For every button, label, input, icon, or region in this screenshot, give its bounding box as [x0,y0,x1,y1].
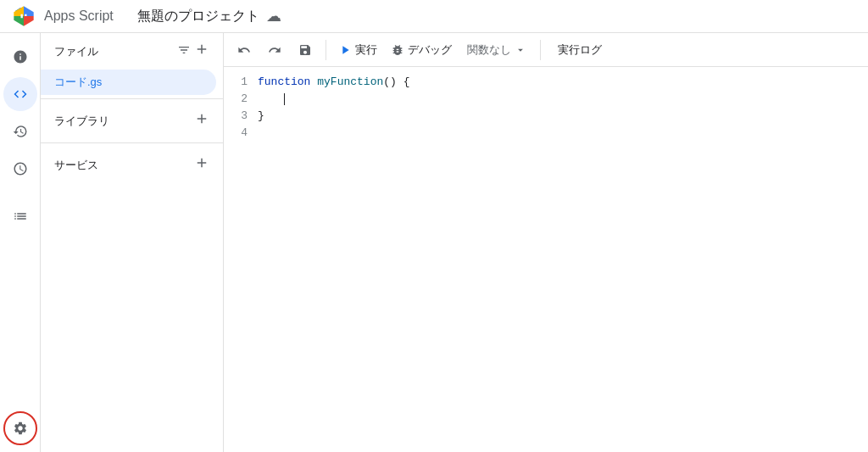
info-icon-btn[interactable] [3,40,37,74]
sort-files-icon[interactable] [177,43,191,59]
toolbar-separator-1 [326,40,326,60]
toolbar: 実行 デバッグ 関数なし 実行ログ [224,33,868,67]
logo-container: Apps Script [10,4,114,28]
files-section-header: ファイル [41,33,223,70]
settings-icon-btn[interactable] [3,411,37,445]
content-area: 実行 デバッグ 関数なし 実行ログ 1 2 3 4 [224,33,868,452]
cloud-save-icon[interactable]: ☁ [266,7,281,25]
files-section: ファイル コード.gs [41,33,223,95]
line-numbers: 1 2 3 4 [224,74,258,445]
code-line-2 [258,91,854,108]
project-name-label: 無題のプロジェクト [137,8,259,25]
code-icon-btn[interactable] [3,77,37,111]
services-section-header: サービス [41,147,223,183]
code-editor[interactable]: 1 2 3 4 function myFunction() { } [224,67,868,452]
executions-icon-btn[interactable] [3,199,37,233]
app-name-label: Apps Script [44,8,114,24]
editor-area: 1 2 3 4 function myFunction() { } [224,67,868,452]
history-icon-btn[interactable] [3,114,37,148]
toolbar-separator-2 [540,40,541,60]
save-button[interactable] [292,36,319,64]
file-name-label: コード.gs [54,75,102,90]
code-line-3: } [258,108,854,125]
function-label: 関数なし [467,42,511,58]
icon-bar [0,33,41,452]
apps-script-logo-detailed [12,4,36,28]
code-content[interactable]: function myFunction() { } [258,74,868,445]
debug-button[interactable]: デバッグ [386,36,457,64]
function-selector[interactable]: 関数なし [460,42,533,58]
files-header-actions [177,42,209,61]
file-item-code-gs[interactable]: コード.gs [41,70,216,95]
line-num-3: 3 [224,108,248,125]
code-line-1: function myFunction() { [258,74,854,91]
libraries-label: ライブラリ [54,114,109,129]
line-num-2: 2 [224,91,248,108]
sidebar-divider-1 [41,98,223,99]
execlog-button[interactable]: 実行ログ [548,36,612,64]
trigger-icon-btn[interactable] [3,152,37,186]
line-num-1: 1 [224,74,248,91]
sidebar-divider-2 [41,142,223,143]
services-label: サービス [54,158,98,173]
add-library-icon[interactable] [194,111,209,131]
line-num-4: 4 [224,125,248,142]
text-cursor [284,93,285,105]
add-file-icon[interactable] [194,42,209,61]
main-layout: ファイル コード.gs ライブラリ [0,33,868,452]
services-section: サービス [41,147,223,183]
app-header: Apps Script 無題のプロジェクト ☁ [0,0,868,33]
libraries-section: ライブラリ [41,103,223,139]
files-label: ファイル [54,44,98,59]
redo-button[interactable] [261,36,288,64]
run-button[interactable]: 実行 [333,36,382,64]
execlog-label: 実行ログ [558,42,602,58]
debug-label: デバッグ [408,42,452,58]
undo-button[interactable] [231,36,258,64]
run-label: 実行 [355,42,377,58]
add-service-icon[interactable] [194,155,209,175]
libraries-section-header: ライブラリ [41,103,223,139]
sidebar: ファイル コード.gs ライブラリ [41,33,224,452]
